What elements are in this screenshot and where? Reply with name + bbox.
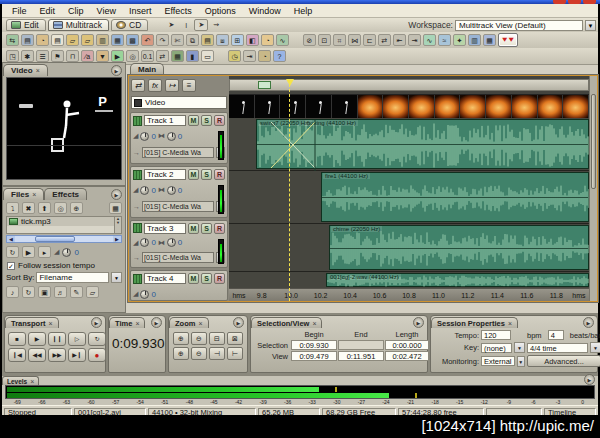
stop-button[interactable]: ■ [8,332,26,346]
view-length-field[interactable]: 0:02.472 [385,351,429,361]
timer-icon[interactable]: ◔ [258,50,271,62]
monitoring-select[interactable]: External [481,356,515,366]
record-arm-button[interactable]: R [214,115,225,126]
ibeam-tool[interactable]: Ι [179,19,193,31]
pan-value[interactable]: 0 [178,186,182,195]
session-info-icon[interactable]: ☰ [36,50,49,62]
workspace-dropdown-icon[interactable]: ▼ [585,20,596,31]
levels-tab[interactable]: Levels× [2,376,39,385]
inputs-outputs-icon[interactable]: ⇄ [131,79,145,92]
close-tab-icon[interactable]: × [312,320,316,327]
split-clip-icon[interactable]: ⌗ [333,34,346,46]
align-right-icon[interactable]: ⇥ [408,34,421,46]
selection-end-field[interactable] [338,340,384,350]
slip-icon[interactable]: ⇄ [378,34,391,46]
transport-tab[interactable]: Transport× [5,317,59,328]
mute-button[interactable]: M [188,115,199,126]
menu-edit[interactable]: Edit [34,5,62,17]
options-icon[interactable]: ⊕ [70,202,83,214]
menu-window[interactable]: Window [243,5,287,17]
show-loops-icon[interactable]: ↻ [22,286,35,298]
sort-by-select[interactable]: Filename [36,272,109,283]
menu-clip[interactable]: Clip [62,5,90,17]
new-session-icon[interactable]: ▤ [51,34,64,46]
menu-help[interactable]: Help [288,5,319,17]
metronome-icon[interactable]: ⁄a [81,50,94,62]
close-tab-icon[interactable]: × [49,320,53,327]
pan-value[interactable]: 0 [178,238,182,247]
record-button[interactable]: ● [88,348,106,362]
scrollbar-thumb[interactable] [591,94,596,189]
go-end-button[interactable]: ▶❙ [68,348,86,362]
workspace-select[interactable]: Multitrack View (Default) [455,20,583,31]
timeline-area[interactable]: swing7 (22050 Hz) boxing (44100 Hz) [229,76,589,301]
playhead[interactable] [289,79,290,301]
hide-toolbars-icon[interactable]: ⯆⯆ [498,33,518,47]
level-meters[interactable] [5,385,595,399]
preview-loop-icon[interactable]: ↻ [6,246,19,258]
track-3-lane[interactable]: chime (22050 Hz) [229,224,589,272]
undo-icon[interactable]: ↶ [141,34,154,46]
zoom-out-h-button[interactable]: ⊖ [191,332,207,345]
snapping-icon[interactable]: ⊓ [66,50,79,62]
multitrack-view-tab[interactable]: Multitrack [48,19,109,31]
time-signature-dropdown-icon[interactable]: ▼ [590,342,600,353]
fast-forward-button[interactable]: ▶▶ [48,348,66,362]
record-arm-button[interactable]: R [214,169,225,180]
pan-knob[interactable] [167,186,176,195]
panel-menu-button[interactable]: ▶ [583,317,594,328]
scrub-tool[interactable]: ⇝ [209,19,223,31]
play-hint-icon[interactable]: ▶ [111,50,124,62]
menu-insert[interactable]: Insert [123,5,158,17]
track-grip-icon[interactable] [133,170,142,180]
env-show-icon[interactable]: ∿ [276,34,289,46]
scrub-lock-icon[interactable]: ⇥ [243,50,256,62]
close-file-icon[interactable]: ✖ [22,202,35,214]
track-name-field[interactable]: Track 1 [144,115,186,126]
zoom-sel-right-button[interactable]: ⊢ [227,347,243,360]
video-show-icon[interactable]: ▮ [186,50,199,62]
time-tab[interactable]: Time× [109,317,145,328]
volume-knob[interactable] [140,290,149,299]
panel-menu-button[interactable]: ▶ [91,317,102,328]
scroll-down-icon[interactable]: ▼ [116,220,120,225]
audio-clip[interactable]: swing7 (22050 Hz) boxing (44100 Hz) [256,119,589,169]
follow-tempo-checkbox[interactable]: ✓ [7,262,15,270]
volume-value[interactable]: 0 [151,238,155,247]
show-midi-icon[interactable]: ♬ [54,286,67,298]
vertical-scrollbar[interactable] [589,76,597,301]
bus-icon[interactable]: ▦ [483,34,496,46]
zoom-out-full-button[interactable]: ⊟ [209,332,225,345]
marker-icon[interactable]: ⚑ [51,50,64,62]
arrow-tool[interactable]: ➤ [164,19,178,31]
env-fx-icon[interactable]: ✦ [453,34,466,46]
view-end-field[interactable]: 0:11.951 [338,351,384,361]
selection-begin-field[interactable]: 0:09.930 [291,340,337,350]
mute-button[interactable]: M [188,223,199,234]
preview-volume-knob[interactable] [62,248,71,257]
files-horizontal-scrollbar[interactable]: ◀ ▶ [6,235,122,243]
menu-options[interactable]: Options [199,5,242,17]
show-video-icon[interactable]: ▣ [38,286,51,298]
fx-icon[interactable]: fx [148,79,162,92]
solo-button[interactable]: S [201,115,212,126]
import-icon[interactable]: ▱ [81,34,94,46]
exchange-icon[interactable]: ⇄ [156,50,169,62]
scroll-left-icon[interactable]: ◀ [7,236,15,242]
solo-button[interactable]: S [201,273,212,284]
align-left-icon[interactable]: ⇤ [393,34,406,46]
scrollbar-thumb[interactable] [35,236,75,242]
files-panel-tab[interactable]: Files× [3,188,44,200]
panel-menu-button[interactable]: ▶ [111,189,122,200]
pause-button[interactable]: ❙❙ [48,332,66,346]
view-begin-field[interactable]: 0:09.479 [291,351,337,361]
edit-view-tab[interactable]: Edit [6,19,46,31]
track-name-field[interactable]: Track 3 [144,223,186,234]
pan-knob[interactable] [167,238,176,247]
cut-icon[interactable]: ✄ [171,34,184,46]
clip-color-icon[interactable]: ◧ [246,34,259,46]
effects-panel-tab[interactable]: Effects [44,188,87,200]
pan-knob[interactable] [167,132,176,141]
selection-length-field[interactable]: 0:00.000 [385,340,429,350]
zoom-in-v-button[interactable]: ⊕ [173,347,189,360]
